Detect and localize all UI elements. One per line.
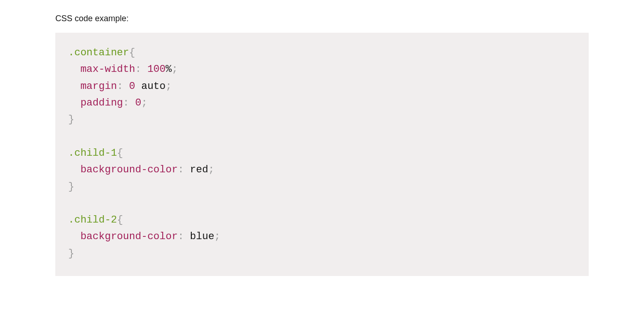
- css-code-block: .container{ max-width: 100%; margin: 0 a…: [55, 33, 589, 276]
- intro-text: CSS code example:: [55, 13, 589, 24]
- page-content: CSS code example: .container{ max-width:…: [0, 0, 644, 294]
